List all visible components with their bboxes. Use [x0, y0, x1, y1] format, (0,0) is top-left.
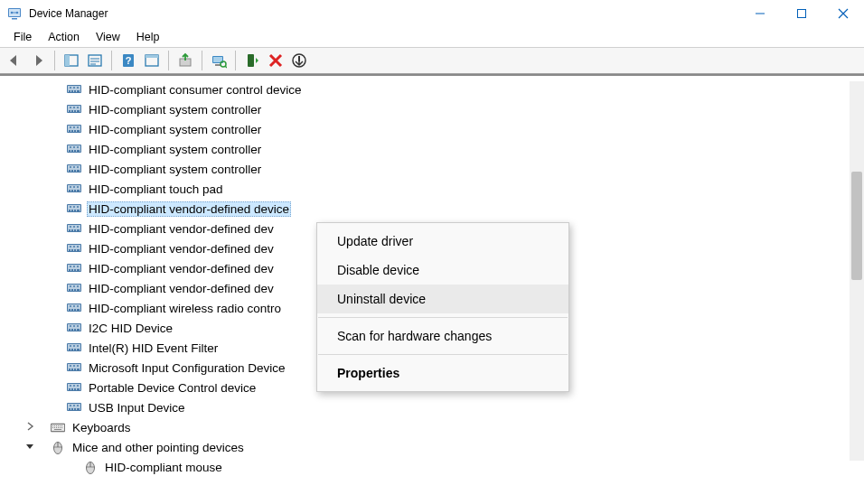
hid-icon [67, 281, 81, 295]
hid-icon [67, 321, 81, 335]
window-title: Device Manager [29, 7, 108, 20]
hid-icon [67, 201, 81, 216]
enable-device-button[interactable] [241, 50, 263, 71]
tree-item-label: HID-compliant vendor-defined dev [89, 282, 274, 295]
context-menu-scan-hardware[interactable]: Scan for hardware changes [317, 322, 568, 350]
hid-icon [67, 122, 81, 136]
tree-item-label: USB Input Device [89, 401, 185, 415]
hid-icon [67, 102, 81, 117]
tree-item[interactable]: Keyboards [0, 417, 864, 437]
menu-view[interactable]: View [88, 29, 128, 45]
tree-item-label: HID-compliant touch pad [89, 182, 223, 196]
tree-item-label: Keyboards [72, 421, 131, 434]
tree-item[interactable]: HID-compliant mouse [0, 457, 864, 477]
menu-bar: File Action View Help [0, 27, 864, 47]
scrollbar-thumb[interactable] [851, 172, 862, 280]
uninstall-device-button[interactable] [265, 50, 286, 71]
tree-item[interactable]: Mice and other pointing devices [0, 437, 864, 457]
show-hide-console-tree-button[interactable] [61, 50, 82, 71]
svg-rect-2 [12, 18, 17, 20]
tree-item[interactable]: HID-compliant vendor-defined device [0, 199, 864, 219]
keyboard-icon [51, 420, 65, 434]
tree-item-label: Mice and other pointing devices [72, 441, 244, 454]
vertical-scrollbar[interactable] [850, 81, 864, 461]
hid-icon [67, 261, 81, 275]
hid-icon [67, 341, 81, 355]
toolbar-separator [235, 51, 236, 70]
tree-item-label: HID-compliant system controller [89, 143, 261, 156]
svg-text:?: ? [126, 55, 132, 66]
help-button[interactable]: ? [117, 50, 139, 71]
tree-item-label: HID-compliant system controller [89, 163, 261, 176]
tree-item-label: I2C HID Device [89, 322, 173, 335]
action-menu-button[interactable] [84, 50, 106, 71]
hid-icon [67, 301, 81, 315]
tree-item-label: Intel(R) HID Event Filter [89, 341, 218, 355]
back-button[interactable] [4, 50, 25, 71]
context-menu-separator [318, 317, 568, 318]
hid-icon [67, 241, 81, 256]
tree-item-label: HID-compliant system controller [89, 123, 261, 136]
context-menu-uninstall-device[interactable]: Uninstall device [317, 285, 568, 313]
toolbar-separator [54, 51, 55, 70]
svg-rect-5 [798, 10, 806, 18]
menu-action[interactable]: Action [40, 29, 88, 45]
tree-item-label: HID-compliant vendor-defined dev [89, 222, 274, 236]
svg-rect-7 [65, 55, 70, 66]
hid-icon [67, 221, 81, 236]
tree-item[interactable]: USB Input Device [0, 397, 864, 417]
mouse-icon [83, 460, 98, 474]
toolbar-separator [202, 51, 202, 70]
hid-icon [67, 400, 81, 415]
mouse-icon [51, 440, 65, 454]
tree-item[interactable]: HID-compliant system controller [0, 139, 864, 159]
tree-item[interactable]: HID-compliant touch pad [0, 179, 864, 199]
expand-icon[interactable] [23, 422, 36, 433]
menu-help[interactable]: Help [128, 29, 168, 45]
hid-icon [67, 162, 81, 176]
update-driver-button[interactable] [174, 50, 196, 71]
hid-icon [67, 380, 81, 395]
tree-item-label: HID-compliant vendor-defined dev [89, 242, 274, 256]
context-menu-disable-device[interactable]: Disable device [317, 256, 568, 285]
svg-rect-12 [146, 55, 158, 58]
properties-button[interactable] [141, 50, 163, 71]
collapse-icon[interactable] [23, 442, 36, 453]
hid-icon [67, 360, 81, 375]
tree-item[interactable]: HID-compliant system controller [0, 159, 864, 179]
toolbar-separator [168, 51, 169, 70]
context-menu: Update driver Disable device Uninstall d… [316, 222, 569, 392]
toolbar: ? [0, 47, 864, 74]
menu-file[interactable]: File [5, 29, 40, 45]
tree-item-label: HID-compliant system controller [89, 103, 261, 117]
hid-icon [67, 82, 81, 97]
minimize-button[interactable] [739, 0, 781, 27]
tree-item-label: Portable Device Control device [89, 381, 256, 395]
forward-button[interactable] [27, 50, 49, 71]
close-button[interactable] [822, 0, 864, 27]
tree-item[interactable]: HID-compliant system controller [0, 119, 864, 139]
tree-item-label: Microsoft Input Configuration Device [89, 361, 286, 375]
tree-item-label: HID-compliant vendor-defined dev [89, 262, 274, 275]
tree-item-label: HID-compliant vendor-defined device [89, 202, 289, 216]
scan-hardware-button[interactable] [208, 50, 230, 71]
app-icon [7, 6, 22, 21]
context-menu-separator [318, 354, 568, 355]
hid-icon [67, 182, 81, 196]
svg-rect-15 [213, 57, 222, 62]
svg-rect-18 [248, 54, 254, 67]
disable-device-button[interactable] [288, 50, 310, 71]
tree-item-label: HID-compliant wireless radio contro [89, 302, 281, 315]
tree-item-label: HID-compliant mouse [105, 461, 222, 474]
title-bar: Device Manager [0, 0, 864, 27]
tree-item[interactable]: HID-compliant consumer control device [0, 79, 864, 99]
hid-icon [67, 142, 81, 156]
context-menu-update-driver[interactable]: Update driver [317, 227, 568, 256]
tree-item[interactable]: HID-compliant system controller [0, 99, 864, 119]
toolbar-separator [111, 51, 112, 70]
context-menu-properties[interactable]: Properties [317, 359, 568, 387]
tree-item-label: HID-compliant consumer control device [89, 83, 302, 97]
maximize-button[interactable] [781, 0, 822, 27]
svg-rect-16 [215, 64, 221, 66]
